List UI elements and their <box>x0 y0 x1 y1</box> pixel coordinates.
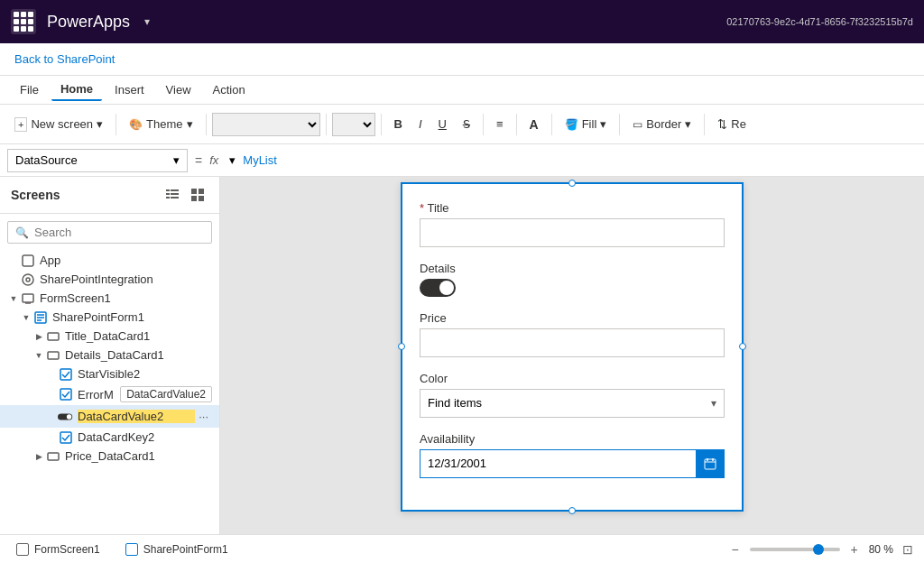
toolbar-divider-2 <box>206 114 207 135</box>
tree-label-detailsdc: Details_DataCard1 <box>65 348 212 362</box>
date-picker-button[interactable] <box>696 449 725 478</box>
title-label-text: Title <box>427 201 448 215</box>
app-caret[interactable]: ▾ <box>144 15 150 28</box>
sidebar: Screens 🔍 <box>0 177 220 534</box>
font-color-button[interactable]: A <box>522 114 546 135</box>
three-dots-dcv2[interactable]: ··· <box>195 408 212 425</box>
menu-view[interactable]: View <box>157 79 200 100</box>
grid-view-icon[interactable] <box>187 184 208 206</box>
tab-sharepointform1[interactable]: SharePointForm1 <box>116 540 237 559</box>
bold-button[interactable]: B <box>387 114 410 134</box>
svg-rect-19 <box>48 333 59 340</box>
svg-rect-5 <box>171 197 179 198</box>
title-bar: PowerApps ▾ 02170763-9e2c-4d71-8656-7f32… <box>0 0 924 43</box>
tree-label-titledc: Title_DataCard1 <box>65 329 212 343</box>
color-label: Color <box>420 372 725 385</box>
search-box: 🔍 <box>7 221 212 244</box>
color-dropdown-value: Find items <box>428 396 482 410</box>
font-family-select[interactable] <box>212 113 320 136</box>
underline-button[interactable]: U <box>431 114 454 134</box>
svg-rect-25 <box>60 432 71 443</box>
menu-insert[interactable]: Insert <box>106 79 153 100</box>
new-screen-button[interactable]: + New screen ▾ <box>7 114 110 135</box>
handle-top[interactable] <box>568 180 576 187</box>
control-icon-err <box>58 388 74 401</box>
new-screen-label: New screen <box>31 117 93 131</box>
form-card: * Title Details Price <box>401 182 744 512</box>
color-dropdown[interactable]: Find items ▾ <box>420 389 725 418</box>
formula-selector-text: DataSource <box>15 153 78 167</box>
tree-item-sharepoint-integration[interactable]: SharePointIntegration <box>0 270 219 289</box>
tab-formscreen1[interactable]: FormScreen1 <box>7 540 109 559</box>
toggle-thumb <box>439 281 454 295</box>
app-launcher[interactable] <box>11 9 36 34</box>
zoom-controls: − + 80 % ⊡ <box>726 540 917 558</box>
list-view-icon[interactable] <box>162 184 183 206</box>
tree-item-errormessage[interactable]: ErrorM DataCardValue2 <box>0 383 219 405</box>
tree-item-app[interactable]: App <box>0 251 219 270</box>
menu-home[interactable]: Home <box>51 78 102 101</box>
border-button[interactable]: ▭ Border ▾ <box>625 114 698 134</box>
zoom-minus-button[interactable]: − <box>726 540 744 558</box>
back-to-sharepoint-link[interactable]: Back to SharePoint <box>14 52 115 66</box>
tree-item-title-datacard1[interactable]: ▶ Title_DataCard1 <box>0 327 219 346</box>
toolbar-divider-6 <box>516 114 517 135</box>
back-bar: Back to SharePoint <box>0 43 924 76</box>
tree-item-starvisible2[interactable]: StarVisible2 <box>0 365 219 383</box>
svg-rect-21 <box>60 369 71 380</box>
tree-item-sharepointform1[interactable]: ▼ SharePointForm1 <box>0 308 219 327</box>
form-icon <box>32 311 49 324</box>
font-size-select[interactable] <box>332 113 375 136</box>
svg-rect-26 <box>48 453 59 460</box>
tab-form-icon <box>125 543 138 556</box>
toolbar-divider-8 <box>619 114 620 135</box>
tree-item-datacardvalue2[interactable]: DataCardValue2 ··· <box>0 405 219 428</box>
toolbar-divider-5 <box>483 114 484 135</box>
tree-item-price-datacard1[interactable]: ▶ Price_DataCard1 <box>0 447 219 466</box>
tree-label-sp: SharePointIntegration <box>40 272 212 286</box>
availability-label: Availability <box>420 432 725 446</box>
italic-button[interactable]: I <box>411 114 430 134</box>
title-input[interactable] <box>420 218 725 247</box>
search-input[interactable] <box>34 226 204 239</box>
formula-selector[interactable]: DataSource ▾ <box>7 149 188 172</box>
handle-left[interactable] <box>398 343 405 350</box>
availability-field: Availability <box>420 432 725 478</box>
toolbar-divider-4 <box>381 114 382 135</box>
reorder-button[interactable]: ⇅ Re <box>710 114 753 134</box>
zoom-plus-button[interactable]: + <box>845 540 864 558</box>
align-button[interactable]: ≡ <box>489 114 511 134</box>
tree-label-dcv2: DataCardValue2 <box>78 410 195 423</box>
reorder-icon: ⇅ <box>717 117 727 131</box>
fill-button[interactable]: 🪣 Fill ▾ <box>558 114 614 134</box>
formula-fx-button[interactable]: fx <box>209 153 218 167</box>
menu-action[interactable]: Action <box>204 79 254 100</box>
tree-label-pricedc: Price_DataCard1 <box>65 449 212 463</box>
price-input[interactable] <box>420 328 725 357</box>
tree-item-formscreen1[interactable]: ▼ FormScreen1 <box>0 289 219 308</box>
menu-file[interactable]: File <box>11 79 48 100</box>
zoom-fit-button[interactable]: ⊡ <box>899 540 917 558</box>
date-input[interactable] <box>420 449 696 478</box>
tree-item-details-datacard1[interactable]: ▼ Details_DataCard1 <box>0 346 219 365</box>
strikethrough-button[interactable]: S̶ <box>456 114 477 134</box>
theme-label: Theme <box>146 117 182 131</box>
theme-button[interactable]: 🎨 Theme ▾ <box>122 114 199 134</box>
new-screen-icon: + <box>14 117 27 132</box>
date-input-container <box>420 449 725 478</box>
handle-right[interactable] <box>739 343 746 350</box>
fill-icon: 🪣 <box>565 118 578 131</box>
formula-input[interactable] <box>243 153 917 167</box>
reorder-label: Re <box>731 117 746 131</box>
svg-rect-22 <box>60 389 71 400</box>
toggle-icon <box>58 411 74 423</box>
tree-arrow-formscreen1: ▼ <box>7 294 20 303</box>
tree-arrow-titledc: ▶ <box>32 332 45 341</box>
tree-label-dck2: DataCardKey2 <box>78 430 212 444</box>
zoom-slider[interactable] <box>750 548 840 551</box>
tree-label-err: ErrorM <box>78 388 116 401</box>
details-toggle[interactable] <box>420 279 456 297</box>
app-name: PowerApps <box>47 13 130 32</box>
tree-item-datacardkey2[interactable]: DataCardKey2 <box>0 428 219 447</box>
handle-bottom[interactable] <box>568 507 576 514</box>
